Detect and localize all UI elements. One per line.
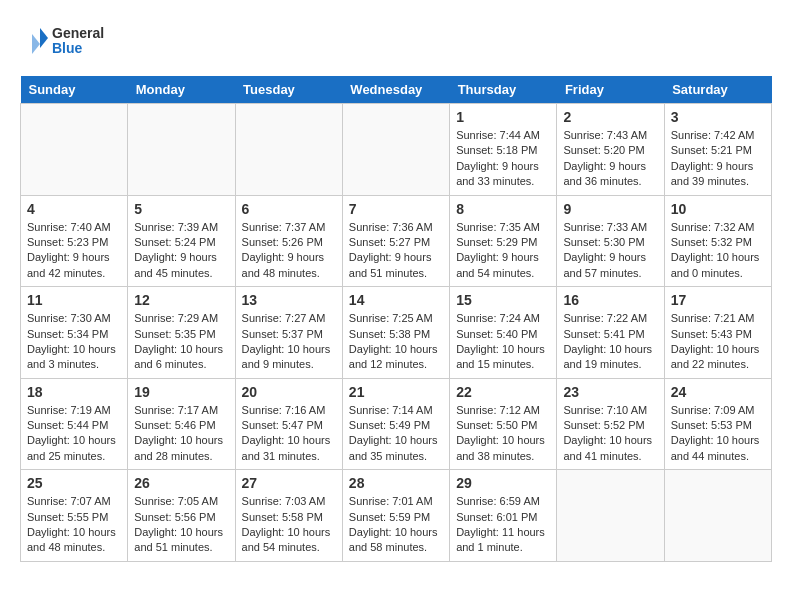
week-row-2: 11Sunrise: 7:30 AM Sunset: 5:34 PM Dayli… bbox=[21, 287, 772, 379]
svg-text:Blue: Blue bbox=[52, 40, 83, 56]
day-number: 19 bbox=[134, 384, 228, 400]
day-number: 26 bbox=[134, 475, 228, 491]
day-number: 23 bbox=[563, 384, 657, 400]
day-number: 20 bbox=[242, 384, 336, 400]
day-info: Sunrise: 7:03 AM Sunset: 5:58 PM Dayligh… bbox=[242, 494, 336, 556]
calendar-cell bbox=[235, 104, 342, 196]
day-info: Sunrise: 7:05 AM Sunset: 5:56 PM Dayligh… bbox=[134, 494, 228, 556]
calendar-cell: 13Sunrise: 7:27 AM Sunset: 5:37 PM Dayli… bbox=[235, 287, 342, 379]
calendar-cell: 17Sunrise: 7:21 AM Sunset: 5:43 PM Dayli… bbox=[664, 287, 771, 379]
calendar-cell: 7Sunrise: 7:36 AM Sunset: 5:27 PM Daylig… bbox=[342, 195, 449, 287]
day-number: 16 bbox=[563, 292, 657, 308]
day-header-sunday: Sunday bbox=[21, 76, 128, 104]
logo: General Blue bbox=[20, 20, 110, 60]
day-number: 17 bbox=[671, 292, 765, 308]
day-info: Sunrise: 7:44 AM Sunset: 5:18 PM Dayligh… bbox=[456, 128, 550, 190]
calendar-cell: 26Sunrise: 7:05 AM Sunset: 5:56 PM Dayli… bbox=[128, 470, 235, 562]
day-number: 5 bbox=[134, 201, 228, 217]
day-info: Sunrise: 7:16 AM Sunset: 5:47 PM Dayligh… bbox=[242, 403, 336, 465]
svg-text:General: General bbox=[52, 25, 104, 41]
day-info: Sunrise: 7:07 AM Sunset: 5:55 PM Dayligh… bbox=[27, 494, 121, 556]
day-info: Sunrise: 7:33 AM Sunset: 5:30 PM Dayligh… bbox=[563, 220, 657, 282]
day-number: 6 bbox=[242, 201, 336, 217]
day-number: 4 bbox=[27, 201, 121, 217]
calendar-cell bbox=[128, 104, 235, 196]
calendar-cell: 9Sunrise: 7:33 AM Sunset: 5:30 PM Daylig… bbox=[557, 195, 664, 287]
day-number: 10 bbox=[671, 201, 765, 217]
day-number: 15 bbox=[456, 292, 550, 308]
calendar-cell: 29Sunrise: 6:59 AM Sunset: 6:01 PM Dayli… bbox=[450, 470, 557, 562]
calendar-cell: 28Sunrise: 7:01 AM Sunset: 5:59 PM Dayli… bbox=[342, 470, 449, 562]
day-info: Sunrise: 7:37 AM Sunset: 5:26 PM Dayligh… bbox=[242, 220, 336, 282]
svg-marker-3 bbox=[32, 34, 40, 54]
calendar-cell: 23Sunrise: 7:10 AM Sunset: 5:52 PM Dayli… bbox=[557, 378, 664, 470]
day-number: 28 bbox=[349, 475, 443, 491]
logo-svg: General Blue bbox=[20, 20, 110, 60]
day-number: 25 bbox=[27, 475, 121, 491]
day-info: Sunrise: 7:36 AM Sunset: 5:27 PM Dayligh… bbox=[349, 220, 443, 282]
calendar-cell: 6Sunrise: 7:37 AM Sunset: 5:26 PM Daylig… bbox=[235, 195, 342, 287]
day-number: 27 bbox=[242, 475, 336, 491]
day-number: 13 bbox=[242, 292, 336, 308]
calendar-cell: 8Sunrise: 7:35 AM Sunset: 5:29 PM Daylig… bbox=[450, 195, 557, 287]
calendar-cell bbox=[342, 104, 449, 196]
day-info: Sunrise: 7:30 AM Sunset: 5:34 PM Dayligh… bbox=[27, 311, 121, 373]
day-header-tuesday: Tuesday bbox=[235, 76, 342, 104]
day-info: Sunrise: 7:17 AM Sunset: 5:46 PM Dayligh… bbox=[134, 403, 228, 465]
calendar-cell: 14Sunrise: 7:25 AM Sunset: 5:38 PM Dayli… bbox=[342, 287, 449, 379]
day-info: Sunrise: 7:21 AM Sunset: 5:43 PM Dayligh… bbox=[671, 311, 765, 373]
calendar-cell: 18Sunrise: 7:19 AM Sunset: 5:44 PM Dayli… bbox=[21, 378, 128, 470]
day-info: Sunrise: 6:59 AM Sunset: 6:01 PM Dayligh… bbox=[456, 494, 550, 556]
day-header-friday: Friday bbox=[557, 76, 664, 104]
day-info: Sunrise: 7:09 AM Sunset: 5:53 PM Dayligh… bbox=[671, 403, 765, 465]
day-info: Sunrise: 7:39 AM Sunset: 5:24 PM Dayligh… bbox=[134, 220, 228, 282]
day-info: Sunrise: 7:10 AM Sunset: 5:52 PM Dayligh… bbox=[563, 403, 657, 465]
week-row-1: 4Sunrise: 7:40 AM Sunset: 5:23 PM Daylig… bbox=[21, 195, 772, 287]
day-info: Sunrise: 7:12 AM Sunset: 5:50 PM Dayligh… bbox=[456, 403, 550, 465]
page-header: General Blue bbox=[20, 20, 772, 60]
calendar-cell: 3Sunrise: 7:42 AM Sunset: 5:21 PM Daylig… bbox=[664, 104, 771, 196]
calendar-cell: 1Sunrise: 7:44 AM Sunset: 5:18 PM Daylig… bbox=[450, 104, 557, 196]
calendar-cell bbox=[664, 470, 771, 562]
calendar-cell: 21Sunrise: 7:14 AM Sunset: 5:49 PM Dayli… bbox=[342, 378, 449, 470]
day-info: Sunrise: 7:40 AM Sunset: 5:23 PM Dayligh… bbox=[27, 220, 121, 282]
day-number: 1 bbox=[456, 109, 550, 125]
calendar-cell bbox=[21, 104, 128, 196]
day-number: 14 bbox=[349, 292, 443, 308]
day-number: 3 bbox=[671, 109, 765, 125]
calendar-cell: 27Sunrise: 7:03 AM Sunset: 5:58 PM Dayli… bbox=[235, 470, 342, 562]
calendar-cell: 24Sunrise: 7:09 AM Sunset: 5:53 PM Dayli… bbox=[664, 378, 771, 470]
day-info: Sunrise: 7:19 AM Sunset: 5:44 PM Dayligh… bbox=[27, 403, 121, 465]
day-info: Sunrise: 7:29 AM Sunset: 5:35 PM Dayligh… bbox=[134, 311, 228, 373]
day-number: 9 bbox=[563, 201, 657, 217]
calendar-cell: 4Sunrise: 7:40 AM Sunset: 5:23 PM Daylig… bbox=[21, 195, 128, 287]
day-info: Sunrise: 7:01 AM Sunset: 5:59 PM Dayligh… bbox=[349, 494, 443, 556]
day-number: 29 bbox=[456, 475, 550, 491]
day-info: Sunrise: 7:24 AM Sunset: 5:40 PM Dayligh… bbox=[456, 311, 550, 373]
day-info: Sunrise: 7:27 AM Sunset: 5:37 PM Dayligh… bbox=[242, 311, 336, 373]
day-info: Sunrise: 7:25 AM Sunset: 5:38 PM Dayligh… bbox=[349, 311, 443, 373]
day-info: Sunrise: 7:35 AM Sunset: 5:29 PM Dayligh… bbox=[456, 220, 550, 282]
calendar-cell: 15Sunrise: 7:24 AM Sunset: 5:40 PM Dayli… bbox=[450, 287, 557, 379]
calendar-cell: 22Sunrise: 7:12 AM Sunset: 5:50 PM Dayli… bbox=[450, 378, 557, 470]
week-row-0: 1Sunrise: 7:44 AM Sunset: 5:18 PM Daylig… bbox=[21, 104, 772, 196]
week-row-3: 18Sunrise: 7:19 AM Sunset: 5:44 PM Dayli… bbox=[21, 378, 772, 470]
day-number: 22 bbox=[456, 384, 550, 400]
calendar-cell bbox=[557, 470, 664, 562]
day-number: 18 bbox=[27, 384, 121, 400]
calendar-cell: 19Sunrise: 7:17 AM Sunset: 5:46 PM Dayli… bbox=[128, 378, 235, 470]
calendar-cell: 12Sunrise: 7:29 AM Sunset: 5:35 PM Dayli… bbox=[128, 287, 235, 379]
day-header-thursday: Thursday bbox=[450, 76, 557, 104]
calendar-table: SundayMondayTuesdayWednesdayThursdayFrid… bbox=[20, 76, 772, 562]
week-row-4: 25Sunrise: 7:07 AM Sunset: 5:55 PM Dayli… bbox=[21, 470, 772, 562]
calendar-cell: 16Sunrise: 7:22 AM Sunset: 5:41 PM Dayli… bbox=[557, 287, 664, 379]
day-header-monday: Monday bbox=[128, 76, 235, 104]
day-info: Sunrise: 7:43 AM Sunset: 5:20 PM Dayligh… bbox=[563, 128, 657, 190]
svg-marker-2 bbox=[40, 28, 48, 48]
calendar-cell: 5Sunrise: 7:39 AM Sunset: 5:24 PM Daylig… bbox=[128, 195, 235, 287]
day-info: Sunrise: 7:42 AM Sunset: 5:21 PM Dayligh… bbox=[671, 128, 765, 190]
day-header-saturday: Saturday bbox=[664, 76, 771, 104]
header-row: SundayMondayTuesdayWednesdayThursdayFrid… bbox=[21, 76, 772, 104]
calendar-cell: 11Sunrise: 7:30 AM Sunset: 5:34 PM Dayli… bbox=[21, 287, 128, 379]
day-number: 21 bbox=[349, 384, 443, 400]
